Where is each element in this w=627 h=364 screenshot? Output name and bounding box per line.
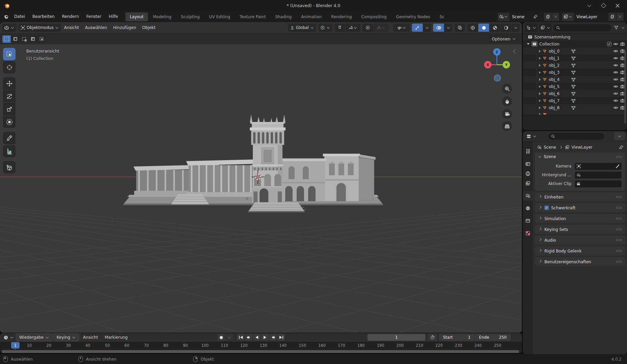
playhead-badge[interactable]: 1: [11, 342, 20, 348]
panel-drag-handle[interactable]: [616, 217, 622, 220]
timeline-ruler[interactable]: 10 20 30 40 50 60 70 80 90 100 110 120 1…: [0, 342, 522, 350]
blender-menu-icon[interactable]: [2, 14, 10, 20]
properties-options-button[interactable]: [614, 132, 625, 140]
mode-dropdown[interactable]: Objektmodus: [19, 24, 61, 32]
tab-tool[interactable]: [523, 146, 533, 156]
overlays-dropdown[interactable]: [444, 24, 452, 32]
viewport-canvas[interactable]: Benutzeransicht (1) Collection: [0, 44, 522, 332]
view-layer-browse-button[interactable]: [562, 13, 574, 21]
workspace-tab[interactable]: Layout: [125, 12, 148, 21]
expand-arrow-icon[interactable]: [539, 85, 541, 88]
properties-section[interactable]: ✓ Simulation: [535, 214, 625, 223]
scene-name-field[interactable]: Scene: [509, 13, 544, 21]
properties-section[interactable]: ✓ Einheiten: [535, 192, 625, 202]
proportional-falloff-dropdown[interactable]: [374, 24, 388, 32]
breadcrumb-scene[interactable]: Scene: [544, 145, 556, 150]
background-scene-field[interactable]: [575, 172, 622, 179]
filter-funnel-icon[interactable]: [613, 25, 620, 30]
jump-prev-keyframe-button[interactable]: [245, 334, 252, 341]
window-minimize-button[interactable]: [587, 3, 592, 8]
select-mode-subtract-button[interactable]: [20, 35, 28, 43]
tab-view-layer[interactable]: [523, 178, 533, 188]
tab-render[interactable]: [523, 159, 533, 169]
tool-transform[interactable]: [3, 116, 16, 128]
workspace-tab[interactable]: Animation: [297, 12, 326, 21]
outliner-display-mode-button[interactable]: [539, 24, 552, 32]
outliner-row-object[interactable]: obj_2: [523, 62, 627, 69]
gizmo-y-axis[interactable]: Y: [503, 61, 510, 68]
eye-icon[interactable]: [613, 70, 618, 75]
outliner-row-scene-collection[interactable]: Szenensammlung: [523, 33, 627, 40]
select-mode-new-button[interactable]: [2, 35, 11, 43]
use-preview-range-button[interactable]: [428, 334, 437, 341]
select-mode-extend-button[interactable]: [11, 35, 20, 43]
topbar-menu[interactable]: Bearbeiten: [29, 11, 58, 22]
visibility-dropdown[interactable]: [393, 24, 410, 32]
outliner-row-collection[interactable]: Collection ✓: [523, 40, 627, 48]
properties-section[interactable]: ✓ Benutzereigenschaften: [535, 257, 625, 266]
shading-solid-button[interactable]: [478, 24, 489, 32]
eye-icon[interactable]: [613, 63, 618, 68]
topbar-menu[interactable]: Hilfe: [105, 11, 122, 22]
play-reverse-button[interactable]: [253, 334, 261, 341]
eye-icon[interactable]: [613, 77, 618, 82]
outliner-row-object[interactable]: obj_3: [523, 69, 627, 76]
workspace-tab[interactable]: Rendering: [327, 12, 356, 21]
snap-target-dropdown[interactable]: [346, 24, 360, 32]
tool-measure[interactable]: [3, 145, 16, 157]
xray-toggle[interactable]: [454, 24, 465, 32]
shading-material-button[interactable]: [489, 24, 500, 32]
expand-arrow-icon[interactable]: [539, 92, 541, 95]
keying-dropdown[interactable]: [226, 334, 233, 341]
panel-drag-handle[interactable]: [616, 156, 622, 158]
options-button[interactable]: Optionen: [488, 35, 519, 43]
tool-add-cube[interactable]: [3, 161, 16, 174]
end-frame-field[interactable]: Ende 250: [475, 334, 511, 341]
viewport-menu[interactable]: Auswählen: [82, 25, 110, 30]
collapse-arrow-icon[interactable]: [527, 43, 530, 45]
navigation-gizmo[interactable]: Z X Y: [484, 48, 510, 82]
expand-arrow-icon[interactable]: [539, 57, 541, 60]
active-clip-field[interactable]: [575, 180, 622, 187]
topbar-menu[interactable]: Fenster: [83, 11, 105, 22]
jump-to-start-button[interactable]: [237, 334, 244, 341]
properties-section[interactable]: ✓ Keying Sets: [535, 225, 625, 234]
tab-scene[interactable]: [523, 191, 533, 201]
eye-icon[interactable]: [613, 49, 618, 54]
breadcrumb-view-layer[interactable]: ViewLayer: [572, 145, 593, 150]
pin-icon[interactable]: [619, 145, 624, 150]
expand-arrow-icon[interactable]: [539, 50, 541, 53]
panel-drag-handle[interactable]: [616, 228, 622, 231]
timeline-editor-type-button[interactable]: [2, 333, 15, 341]
panel-drag-handle[interactable]: [616, 207, 622, 209]
tool-select-box[interactable]: [3, 48, 16, 60]
camera-field[interactable]: [575, 163, 622, 170]
proportional-editing-toggle[interactable]: [362, 24, 373, 32]
shading-rendered-button[interactable]: [501, 24, 511, 32]
window-close-button[interactable]: [615, 3, 620, 8]
editor-type-button[interactable]: [2, 24, 17, 32]
viewport-menu[interactable]: Hinzufügen: [110, 25, 139, 30]
workspace-tab[interactable]: Shading: [271, 12, 296, 21]
timeline-menu[interactable]: Ansicht: [80, 334, 101, 341]
transform-orientation-dropdown[interactable]: Global: [288, 24, 316, 32]
properties-section[interactable]: ✓ Audio: [535, 236, 625, 245]
timeline-menu[interactable]: Markierung: [102, 334, 131, 341]
timeline-scrollbar-handle[interactable]: [2, 350, 519, 353]
properties-section[interactable]: ✓ Rigid Body Gelenk: [535, 246, 625, 255]
jump-to-end-button[interactable]: [277, 334, 285, 341]
eyedropper-icon[interactable]: [615, 164, 620, 169]
expand-arrow-icon[interactable]: [539, 107, 541, 109]
expand-arrow-icon[interactable]: [539, 64, 541, 67]
scene-unlink-button[interactable]: [552, 13, 559, 21]
outliner-row-partial[interactable]: [523, 111, 627, 115]
jump-next-keyframe-button[interactable]: [269, 334, 277, 341]
pivot-point-dropdown[interactable]: [318, 24, 332, 32]
outliner-row-object[interactable]: obj_7: [523, 97, 627, 104]
outliner-row-object[interactable]: obj_4: [523, 76, 627, 83]
eye-icon[interactable]: [613, 84, 618, 89]
outliner-row-object[interactable]: obj_5: [523, 83, 627, 90]
workspace-tab[interactable]: Geometry Nodes: [392, 12, 435, 21]
panel-drag-handle[interactable]: [616, 196, 622, 198]
timeline-menu[interactable]: Keying: [53, 333, 79, 341]
